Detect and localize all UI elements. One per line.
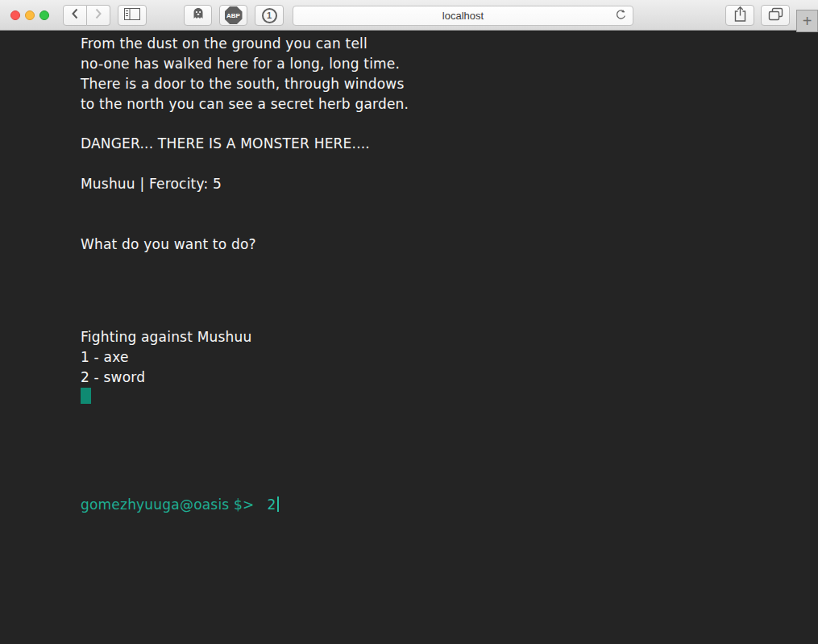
fight-menu: Fighting against Mushuu 1 - axe 2 - swor… — [81, 327, 818, 388]
chevron-left-icon — [71, 8, 79, 23]
text-caret — [277, 497, 279, 512]
weapon-option-sword: 2 - sword — [81, 368, 818, 388]
abp-icon: ABP — [225, 6, 243, 24]
onepassword-extension-button[interactable]: 1 — [255, 5, 284, 26]
share-button[interactable] — [725, 5, 754, 26]
room-description-line: From the dust on the ground you can tell — [81, 34, 818, 54]
adblock-plus-extension-button[interactable]: ABP — [219, 5, 247, 26]
room-description-line: to the north you can see a secret herb g… — [81, 94, 818, 114]
room-description: From the dust on the ground you can tell… — [81, 34, 818, 114]
safari-window: ABP 1 localhost — [0, 0, 818, 644]
tab-overview-icon — [768, 7, 783, 24]
room-description-line: There is a door to the south, through wi… — [81, 74, 818, 94]
reload-icon — [615, 9, 627, 23]
room-description-line: no-one has walked here for a long, long … — [81, 54, 818, 74]
terminal-input[interactable]: 2 — [267, 497, 276, 513]
address-text: localhost — [442, 10, 484, 22]
ghostery-extension-button[interactable] — [184, 5, 212, 26]
minimize-window-button[interactable] — [25, 10, 35, 20]
ghost-icon — [192, 7, 205, 23]
action-question: What do you want to do? — [81, 235, 818, 255]
sidebar-toggle-button[interactable] — [118, 5, 147, 26]
zoom-window-button[interactable] — [39, 10, 49, 20]
browser-toolbar: ABP 1 localhost — [0, 0, 818, 31]
forward-button[interactable] — [87, 5, 110, 26]
plus-icon: + — [803, 12, 812, 31]
back-button[interactable] — [63, 5, 87, 26]
onepassword-icon: 1 — [262, 8, 277, 23]
address-bar[interactable]: localhost — [293, 6, 633, 26]
history-nav-group — [63, 5, 110, 26]
show-all-tabs-button[interactable] — [761, 5, 790, 26]
danger-warning: DANGER... THERE IS A MONSTER HERE.... — [81, 134, 818, 154]
game-terminal-page: From the dust on the ground you can tell… — [0, 31, 818, 644]
shell-prompt-line: gomezhyuuga@oasis $> 2 — [81, 494, 818, 514]
weapon-option-axe: 1 - axe — [81, 347, 818, 368]
fight-header: Fighting against Mushuu — [81, 327, 818, 347]
reload-button[interactable] — [612, 9, 629, 23]
chevron-right-icon — [94, 8, 102, 23]
close-window-button[interactable] — [10, 10, 20, 20]
shell-prompt-label: gomezhyuuga@oasis $> — [81, 497, 254, 513]
terminal-block-cursor — [81, 388, 91, 404]
share-icon — [733, 6, 747, 26]
sidebar-icon — [124, 8, 140, 23]
monster-status: Mushuu | Ferocity: 5 — [81, 174, 818, 194]
new-tab-button[interactable]: + — [796, 10, 818, 32]
